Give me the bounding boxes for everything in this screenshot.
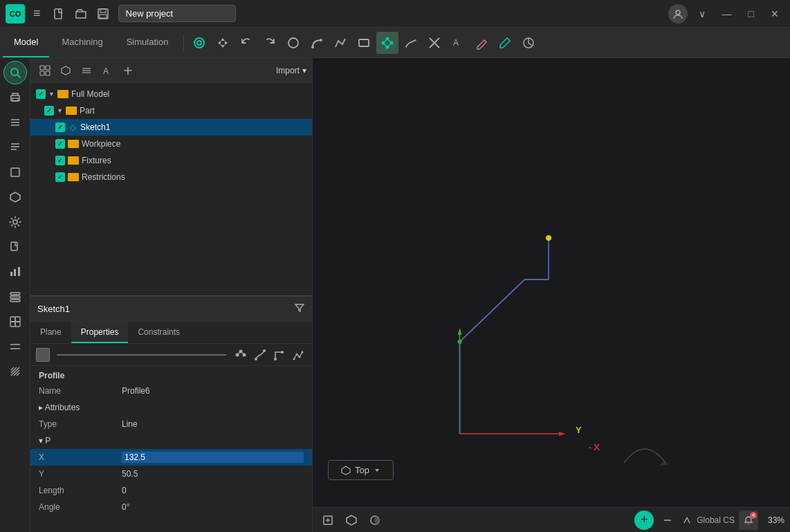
import-btn[interactable]: Import ▾ — [276, 66, 306, 75]
arc-tool-btn[interactable] — [306, 32, 328, 54]
tree-tool-add[interactable] — [119, 62, 137, 80]
tree-check-workpiece[interactable] — [55, 139, 65, 149]
circle-tool-btn[interactable] — [282, 32, 304, 54]
tab-machining[interactable]: Machining — [50, 28, 113, 57]
svg-rect-49 — [40, 66, 44, 70]
sidebar-btn-block[interactable] — [3, 310, 27, 333]
open-file-icon[interactable] — [71, 4, 91, 24]
close-btn[interactable]: ✕ — [765, 8, 784, 19]
prop-row-angle[interactable]: Angle 0° — [30, 499, 312, 515]
prop-key-angle: Angle — [39, 502, 122, 512]
tree-tool-select[interactable] — [36, 62, 54, 80]
sidebar-btn-doc[interactable] — [3, 235, 27, 259]
user-avatar[interactable] — [668, 4, 688, 24]
eraser-tool-btn[interactable] — [470, 32, 493, 54]
tab-model[interactable]: Model — [3, 28, 49, 57]
tree-tool-text[interactable]: A — [98, 62, 116, 80]
notification-btn[interactable]: 4 — [739, 511, 758, 530]
measure-tool-btn[interactable] — [517, 32, 540, 54]
fit-view-btn[interactable] — [318, 511, 338, 530]
new-file-icon[interactable] — [49, 4, 68, 24]
svg-text:A: A — [453, 38, 459, 48]
viewport[interactable]: Y - X Top + — [313, 58, 790, 532]
perspective-btn[interactable] — [342, 511, 361, 530]
svg-marker-73 — [458, 328, 462, 335]
sidebar-btn-gear[interactable] — [3, 210, 27, 234]
tree-tool-grid[interactable] — [77, 62, 95, 80]
minimize-btn[interactable]: — — [717, 8, 737, 19]
prop-tab-plane[interactable]: Plane — [30, 322, 71, 343]
tree-item-workpiece[interactable]: Workpiece — [30, 136, 312, 152]
view-label-box[interactable]: Top — [328, 460, 394, 480]
svg-point-30 — [13, 220, 17, 224]
trim-tool-btn[interactable] — [423, 32, 445, 54]
tree-check-restrictions[interactable] — [55, 172, 65, 182]
redo-btn[interactable] — [259, 32, 281, 54]
rect-tool-btn[interactable] — [353, 32, 375, 54]
tree-check-part[interactable] — [44, 106, 54, 116]
sidebar-btn-menu2[interactable] — [3, 335, 27, 358]
tree-check-sketch1[interactable] — [55, 122, 65, 132]
sidebar-btn-chart[interactable] — [3, 260, 27, 284]
dimension-tool-btn[interactable]: A — [447, 32, 469, 54]
tree-item-restrictions[interactable]: Restrictions — [30, 169, 312, 185]
svg-rect-0 — [55, 9, 62, 19]
tree-item-part[interactable]: ▼ Part — [30, 102, 312, 119]
svg-line-47 — [11, 367, 17, 373]
sidebar-btn-hatching[interactable] — [3, 360, 27, 383]
prop-tab-constraints[interactable]: Constraints — [128, 322, 190, 343]
magnet-tool-btn[interactable] — [188, 32, 210, 54]
tree-check-full-model[interactable] — [36, 89, 46, 99]
move-tool-btn[interactable] — [212, 32, 234, 54]
polyline-tool-btn[interactable] — [329, 32, 351, 54]
prop-curve-btn[interactable] — [252, 347, 268, 363]
save-file-icon[interactable] — [93, 4, 113, 24]
undo-btn[interactable] — [235, 32, 257, 54]
tree-check-fixtures[interactable] — [55, 156, 65, 165]
tree-label-part: Part — [80, 106, 95, 116]
sidebar-btn-layers[interactable] — [3, 111, 27, 134]
prop-corner-btn[interactable] — [272, 347, 287, 363]
tree-item-sketch1[interactable]: ◇ Sketch1 — [30, 119, 312, 136]
tree-item-full-model[interactable]: ▼ Full Model — [30, 86, 312, 102]
sidebar-btn-3d[interactable] — [3, 185, 27, 209]
tab-simulation[interactable]: Simulation — [116, 28, 180, 57]
dropdown-btn[interactable]: ∨ — [693, 8, 711, 19]
add-btn[interactable]: + — [634, 511, 654, 530]
sidebar-btn-stack[interactable] — [3, 285, 27, 309]
project-name-input[interactable] — [118, 5, 236, 22]
prop-group-p: ▾ P — [30, 432, 312, 449]
prop-tab-properties[interactable]: Properties — [71, 322, 129, 343]
shading-btn[interactable] — [365, 511, 385, 530]
prop-filter-btn[interactable] — [294, 302, 305, 315]
svg-line-48 — [11, 367, 14, 370]
prop-row-name: Name Profile6 — [30, 383, 312, 399]
svg-rect-32 — [10, 272, 12, 276]
maximize-btn[interactable]: □ — [743, 8, 760, 19]
pencil-tool-btn[interactable] — [494, 32, 516, 54]
color-swatch[interactable] — [36, 348, 50, 362]
tree-tool-3d[interactable] — [57, 62, 75, 80]
sidebar-btn-search[interactable] — [3, 61, 27, 84]
tree-item-fixtures[interactable]: Fixtures — [30, 152, 312, 169]
prop-node-btn[interactable] — [233, 347, 248, 363]
curve-tool-btn[interactable] — [400, 32, 422, 54]
minus-btn[interactable] — [658, 511, 677, 530]
svg-point-69 — [302, 351, 304, 353]
svg-rect-31 — [11, 242, 17, 250]
sidebar-btn-layers2[interactable] — [3, 136, 27, 159]
prop-row-length[interactable]: Length 0 — [30, 482, 312, 499]
prop-val-x[interactable]: 132.5 — [122, 452, 304, 463]
prop-row-y[interactable]: Y 50.5 — [30, 466, 312, 482]
svg-rect-40 — [10, 322, 15, 327]
svg-point-79 — [458, 340, 462, 344]
prop-multiseg-btn[interactable] — [291, 347, 306, 363]
node-edit-btn[interactable] — [376, 32, 398, 54]
svg-point-68 — [299, 356, 301, 358]
hamburger-menu[interactable]: ≡ — [30, 3, 44, 24]
prop-row-x[interactable]: X 132.5 — [30, 449, 312, 466]
sidebar-btn-square[interactable] — [3, 160, 27, 184]
svg-rect-34 — [18, 267, 20, 276]
sidebar-btn-print[interactable] — [3, 86, 27, 109]
prop-key-x: X — [39, 452, 122, 462]
